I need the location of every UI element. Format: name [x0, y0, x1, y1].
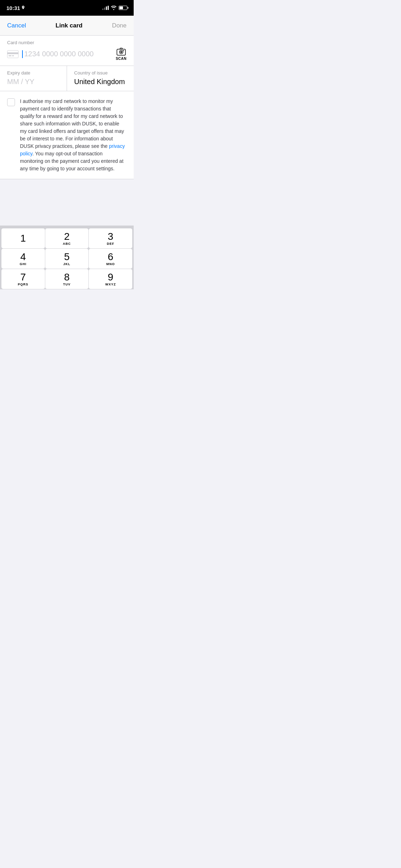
- num-digit-6: 6: [108, 252, 113, 262]
- page-title: Link card: [56, 22, 83, 29]
- num-letters-8: TUV: [63, 283, 71, 286]
- authorise-text-before: I authorise my card network to monitor m…: [20, 98, 124, 149]
- signal-bar-1: [102, 9, 103, 10]
- num-letters-3: DEF: [107, 242, 114, 246]
- numpad-key-6[interactable]: 6MNO: [89, 249, 132, 269]
- card-icon: [7, 50, 19, 58]
- num-digit-5: 5: [64, 252, 70, 262]
- authorise-text-after: . You may opt-out of transaction monitor…: [20, 151, 123, 171]
- signal-bars: [102, 6, 109, 10]
- country-label: Country of issue: [74, 70, 127, 76]
- status-icons: [102, 6, 127, 10]
- country-section[interactable]: Country of issue United Kingdom: [67, 66, 134, 91]
- num-digit-7: 7: [20, 272, 26, 282]
- battery-icon: [119, 6, 127, 10]
- num-digit-9: 9: [108, 272, 113, 282]
- cancel-button[interactable]: Cancel: [7, 22, 26, 29]
- num-letters-4: GHI: [20, 262, 26, 266]
- svg-point-6: [120, 51, 122, 53]
- num-digit-3: 3: [108, 232, 113, 242]
- num-letters-5: JKL: [63, 262, 70, 266]
- expiry-label: Expiry date: [7, 70, 60, 76]
- svg-rect-1: [7, 52, 19, 54]
- num-letters-7: PQRS: [18, 283, 29, 286]
- num-digit-1: 1: [20, 233, 26, 243]
- authorise-checkbox[interactable]: [7, 98, 15, 106]
- expiry-input[interactable]: MM / YY: [7, 78, 60, 86]
- numpad-key-4[interactable]: 4GHI: [1, 249, 45, 269]
- expiry-section[interactable]: Expiry date MM / YY: [0, 66, 67, 91]
- numpad-key-9[interactable]: 9WXYZ: [89, 269, 132, 289]
- num-digit-8: 8: [64, 272, 70, 282]
- status-bar: 10:31: [0, 0, 134, 16]
- numpad-key-8[interactable]: 8TUV: [45, 269, 89, 289]
- signal-bar-3: [106, 6, 107, 10]
- wifi-icon: [111, 6, 117, 10]
- scan-button[interactable]: SCAN: [116, 47, 127, 61]
- country-value[interactable]: United Kingdom: [74, 78, 127, 86]
- camera-icon: [116, 47, 126, 56]
- numpad-key-1[interactable]: 1: [1, 228, 45, 248]
- time-display: 10:31: [6, 5, 20, 11]
- authorise-section: I authorise my card network to monitor m…: [0, 91, 134, 179]
- form-container: Card number 1234 0000 0000 0000: [0, 36, 134, 179]
- numpad-key-3[interactable]: 3DEF: [89, 228, 132, 248]
- num-digit-4: 4: [20, 252, 26, 262]
- expiry-country-row: Expiry date MM / YY Country of issue Uni…: [0, 66, 134, 91]
- nav-bar: Cancel Link card Done: [0, 16, 134, 36]
- svg-rect-3: [12, 55, 14, 56]
- card-number-text[interactable]: 1234 0000 0000 0000: [22, 50, 94, 58]
- card-number-input-area[interactable]: 1234 0000 0000 0000: [7, 50, 116, 58]
- status-time: 10:31: [6, 5, 25, 11]
- svg-rect-2: [9, 55, 11, 56]
- card-number-placeholder: 1234 0000 0000 0000: [24, 50, 94, 58]
- svg-rect-7: [123, 50, 124, 51]
- numpad-key-7[interactable]: 7PQRS: [1, 269, 45, 289]
- authorise-text: I authorise my card network to monitor m…: [20, 98, 127, 172]
- text-cursor: [22, 50, 23, 58]
- done-button[interactable]: Done: [112, 22, 127, 29]
- scan-label: SCAN: [116, 57, 127, 61]
- numpad-key-2[interactable]: 2ABC: [45, 228, 89, 248]
- card-number-label: Card number: [7, 40, 127, 45]
- battery-fill: [119, 6, 123, 9]
- location-icon: [21, 6, 25, 10]
- num-letters-9: WXYZ: [105, 283, 116, 286]
- numpad-key-5[interactable]: 5JKL: [45, 249, 89, 269]
- signal-bar-4: [108, 6, 109, 10]
- num-digit-2: 2: [64, 232, 70, 242]
- signal-bar-2: [104, 7, 105, 10]
- card-number-row: 1234 0000 0000 0000 SCAN: [7, 47, 127, 61]
- card-number-section: Card number 1234 0000 0000 0000: [0, 36, 134, 66]
- gray-area: [0, 179, 134, 226]
- num-letters-6: MNO: [106, 262, 115, 266]
- numpad: 12ABC3DEF4GHI5JKL6MNO7PQRS8TUV9WXYZ0: [0, 226, 134, 289]
- num-letters-2: ABC: [63, 242, 71, 246]
